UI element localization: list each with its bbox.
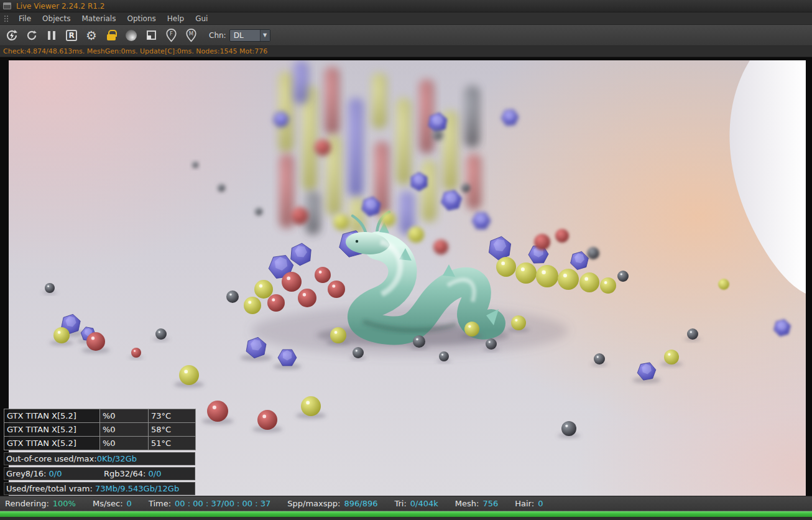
status-mssec: Ms/sec:0 <box>93 499 132 508</box>
rgb-value: 0/0 <box>149 469 162 478</box>
region-render-icon: R <box>66 30 77 41</box>
status-hair: Hair:0 <box>515 499 543 508</box>
channel-dropdown-value: DL <box>230 31 260 40</box>
restart-render-button[interactable] <box>2 27 21 44</box>
gpu-row: GTX TITAN X[5.2] %0 58°C <box>4 423 196 437</box>
pause-icon <box>48 31 55 40</box>
svg-text:F: F <box>170 30 173 37</box>
gpu-table: GTX TITAN X[5.2] %0 73°C GTX TITAN X[5.2… <box>4 409 196 450</box>
gpu-name: GTX TITAN X[5.2] <box>4 437 100 450</box>
material-picker-button[interactable]: M <box>182 27 200 44</box>
out-of-core-row: Out-of-core used/max:0Kb/32Gb <box>4 452 195 465</box>
titlebar: Live Viewer 2.24.2 R1.2 <box>0 0 812 12</box>
status-tri: Tri:0/404k <box>394 499 438 508</box>
chevron-down-icon: ▼ <box>260 30 270 41</box>
region-render-button[interactable]: R <box>62 27 81 44</box>
status-spp: Spp/maxspp:896/896 <box>287 499 377 508</box>
window-title: Live Viewer 2.24.2 R1.2 <box>16 2 104 11</box>
menu-objects[interactable]: Objects <box>37 12 76 25</box>
vram-row: Used/free/total vram: 73Mb/9.543Gb/12Gb <box>4 482 195 495</box>
refresh-icon <box>25 29 39 42</box>
vram-value: 73Mb/9.543Gb/12Gb <box>95 484 179 493</box>
vram-label: Used/free/total vram: <box>6 484 95 493</box>
settings-gear-icon: ⚙ <box>86 29 97 42</box>
check-stats-line: Check:4.874/48.613ms. MeshGen:0ms. Updat… <box>0 46 812 57</box>
material-ball-icon <box>126 30 137 41</box>
out-of-core-value: 0Kb/32Gb <box>97 454 137 463</box>
gpu-load: %0 <box>100 437 149 450</box>
focus-picker-pin-icon: F <box>166 28 177 43</box>
grey-value: 0/0 <box>49 469 62 478</box>
render-region-pick-button[interactable] <box>142 27 160 44</box>
gpu-temp: 58°C <box>149 423 196 437</box>
material-ball-button[interactable] <box>122 27 141 44</box>
render-viewport[interactable]: GTX TITAN X[5.2] %0 73°C GTX TITAN X[5.2… <box>0 57 812 496</box>
buffers-row: Grey8/16: 0/0Rgb32/64: 0/0 <box>4 467 195 480</box>
render-progress-track <box>0 511 812 517</box>
pause-button[interactable] <box>42 27 61 44</box>
gpu-name: GTX TITAN X[5.2] <box>4 423 100 437</box>
menu-gui[interactable]: Gui <box>190 12 213 25</box>
menu-materials[interactable]: Materials <box>76 12 121 25</box>
menu-grip-icon[interactable] <box>4 16 9 22</box>
settings-button[interactable]: ⚙ <box>82 27 101 44</box>
menu-file[interactable]: File <box>13 12 37 25</box>
lock-icon <box>107 34 116 40</box>
status-mesh: Mesh:756 <box>455 499 498 508</box>
refresh-button[interactable] <box>22 27 41 44</box>
svg-text:M: M <box>188 30 193 37</box>
menubar: File Objects Materials Options Help Gui <box>0 12 812 25</box>
gpu-row: GTX TITAN X[5.2] %0 51°C <box>4 437 196 450</box>
live-viewer-window: Live Viewer 2.24.2 R1.2 File Objects Mat… <box>0 0 812 520</box>
render-region-pick-icon <box>147 30 156 40</box>
menu-options[interactable]: Options <box>121 12 161 25</box>
render-progress-bar <box>0 511 812 517</box>
gpu-load: %0 <box>100 409 149 423</box>
toolbar: R ⚙ F M Chn: DL <box>0 25 812 46</box>
window-system-icon[interactable] <box>3 2 11 9</box>
render-status-bar: Rendering:100% Ms/sec:0 Time:00 : 00 : 3… <box>0 496 812 511</box>
window-bottom-edge <box>0 517 812 520</box>
menu-help[interactable]: Help <box>162 12 190 25</box>
status-rendering: Rendering:100% <box>5 499 76 508</box>
restart-render-icon <box>4 28 19 43</box>
out-of-core-label: Out-of-core used/max: <box>6 454 97 463</box>
gpu-load: %0 <box>100 423 149 437</box>
focus-picker-button[interactable]: F <box>162 27 180 44</box>
gpu-row: GTX TITAN X[5.2] %0 73°C <box>4 409 196 423</box>
status-time: Time:00 : 00 : 37/00 : 00 : 37 <box>149 499 270 508</box>
gpu-temp: 73°C <box>149 409 196 423</box>
channel-label: Chn: <box>209 31 226 40</box>
gpu-name: GTX TITAN X[5.2] <box>4 409 100 423</box>
grey-label: Grey8/16: <box>6 469 49 478</box>
gpu-stats-overlay: GTX TITAN X[5.2] %0 73°C GTX TITAN X[5.2… <box>4 409 196 495</box>
lock-resolution-button[interactable] <box>102 27 121 44</box>
gpu-temp: 51°C <box>149 437 196 450</box>
material-picker-pin-icon: M <box>186 28 196 43</box>
channel-dropdown[interactable]: DL ▼ <box>229 29 270 42</box>
rgb-label: Rgb32/64: <box>104 469 149 478</box>
